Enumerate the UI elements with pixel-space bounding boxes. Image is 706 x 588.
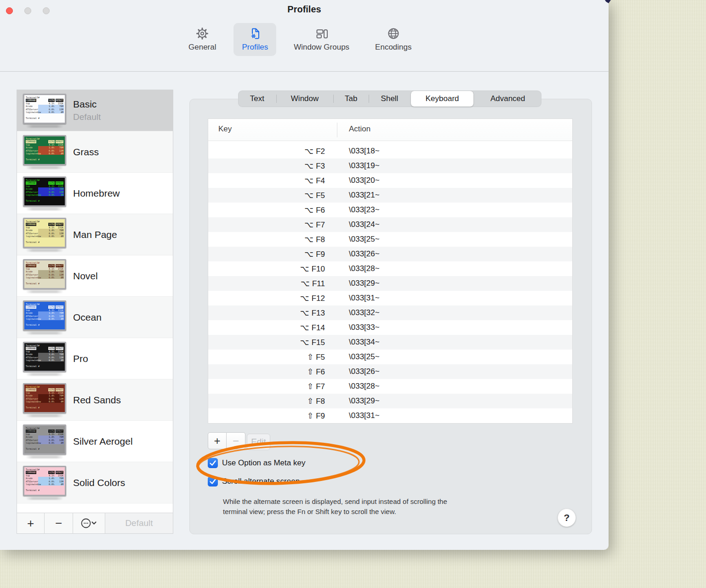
profile-text: Solid Colors [73, 477, 125, 488]
toolbar-label: Profiles [242, 43, 268, 52]
action-cell: \033[23~ [337, 203, 380, 217]
profile-row-pro[interactable]: Terminal3# COMMAND %CPURPRVT top4.1%231K… [17, 338, 173, 379]
keymap-row[interactable]: ⌥F10\033[28~ [208, 261, 572, 276]
key-cell: ⌥F13 [208, 305, 337, 320]
profile-text: Man Page [73, 229, 117, 240]
profile-row-novel[interactable]: Terminal3# COMMAND %CPURPRVT top4.1%231K… [17, 255, 173, 297]
set-default-button[interactable]: Default [105, 513, 173, 533]
profile-row-solid-colors[interactable]: Terminal3# COMMAND %CPURPRVT top4.1%231K… [17, 462, 173, 503]
column-header-action: Action [349, 124, 370, 134]
profile-text: Homebrew [73, 188, 120, 199]
toolbar-item-profiles[interactable]: Profiles [233, 23, 276, 56]
scroll-alternate-screen-checkbox[interactable] [208, 476, 218, 486]
action-cell: \033[20~ [337, 173, 380, 188]
profile-row-grass[interactable]: Terminal3# COMMAND %CPURPRVT top4.1%231K… [17, 131, 173, 173]
key-cell: ⌥F7 [208, 217, 337, 232]
profile-thumbnail: Terminal3# COMMAND %CPURPRVT top4.1%231K… [23, 218, 66, 252]
action-cell: \033[32~ [337, 305, 380, 320]
profile-row-red-sands[interactable]: Terminal3# COMMAND %CPURPRVT top4.1%231K… [17, 379, 173, 421]
key-cell: ⌥F8 [208, 232, 337, 247]
use-option-as-meta-checkbox[interactable] [208, 458, 218, 468]
table-header: Key Action [208, 119, 572, 141]
profile-thumbnail: Terminal3# COMMAND %CPURPRVT top4.1%231K… [23, 383, 66, 417]
help-button[interactable]: ? [558, 509, 576, 527]
action-cell: \033[33~ [337, 320, 380, 335]
column-header-key: Key [218, 124, 232, 134]
profile-row-silver-aerogel[interactable]: Terminal3# COMMAND %CPURPRVT top4.1%231K… [17, 421, 173, 462]
keymap-row[interactable]: ⌥F11\033[29~ [208, 276, 572, 291]
tab-keyboard[interactable]: Keyboard [411, 91, 474, 107]
keyboard-mapping-table: Key Action ⌥F2\033[18~⌥F3\033[19~⌥F4\033… [208, 119, 573, 424]
key-cell: ⌥F2 [208, 144, 337, 158]
keymap-row[interactable]: ⌥F9\033[26~ [208, 247, 572, 261]
keymap-row[interactable]: ⇧F6\033[26~ [208, 364, 572, 379]
keymap-row[interactable]: ⇧F9\033[31~ [208, 408, 572, 423]
keymap-row[interactable]: ⌥F2\033[18~ [208, 144, 572, 158]
profile-thumbnail: Terminal3# COMMAND %CPURPRVT top4.1%231K… [23, 424, 66, 458]
keymap-row[interactable]: ⇧F8\033[29~ [208, 394, 572, 408]
gear-icon [196, 27, 209, 40]
toolbar-divider [0, 71, 609, 72]
key-cell: ⇧F7 [208, 379, 337, 394]
profile-row-man-page[interactable]: Terminal3# COMMAND %CPURPRVT top4.1%231K… [17, 214, 173, 255]
profile-row-basic[interactable]: Terminal3# COMMAND %CPURPRVT top4.1%231K… [17, 90, 173, 131]
keymap-row[interactable]: ⌥F13\033[32~ [208, 305, 572, 320]
scroll-alternate-screen-label[interactable]: Scroll alternate screen [222, 477, 300, 486]
profile-text: Silver Aerogel [73, 436, 133, 447]
key-cell: ⌥F11 [208, 276, 337, 291]
action-cell: \033[18~ [337, 144, 380, 158]
profile-name: Homebrew [73, 188, 120, 199]
action-cell: \033[26~ [337, 247, 380, 261]
profile-thumbnail: Terminal3# COMMAND %CPURPRVT top4.1%231K… [23, 135, 66, 169]
sidebar-footer: + − Default [17, 513, 173, 533]
add-key-button[interactable]: + [208, 432, 227, 449]
profile-actions-menu-button[interactable] [73, 513, 105, 533]
keymap-row[interactable]: ⌥F7\033[24~ [208, 217, 572, 232]
keymap-row[interactable]: ⌥F8\033[25~ [208, 232, 572, 247]
toolbar-label: Encodings [375, 43, 411, 52]
key-cell: ⌥F12 [208, 291, 337, 305]
tab-advanced[interactable]: Advanced [474, 90, 541, 107]
preferences-toolbar: General Profiles [180, 23, 420, 56]
key-cell: ⇧F9 [208, 408, 337, 423]
keymap-row[interactable]: ⌥F4\033[20~ [208, 173, 572, 188]
profile-name: Ocean [73, 312, 102, 323]
keymap-row[interactable]: ⌥F3\033[19~ [208, 158, 572, 173]
toolbar-item-encodings[interactable]: Encodings [367, 23, 420, 56]
toolbar-item-window-groups[interactable]: Window Groups [285, 23, 358, 56]
terminal-preferences-window: Profiles General [0, 0, 609, 550]
keymap-row[interactable]: ⌥F15\033[34~ [208, 335, 572, 350]
profile-list: Terminal3# COMMAND %CPURPRVT top4.1%231K… [17, 90, 173, 513]
action-cell: \033[25~ [337, 350, 380, 364]
profile-thumbnail: Terminal3# COMMAND %CPURPRVT top4.1%231K… [23, 342, 66, 376]
tab-text[interactable]: Text [238, 90, 276, 107]
keymap-row[interactable]: ⌥F6\033[23~ [208, 203, 572, 217]
profile-tabs: TextWindowTabShellKeyboardAdvanced [238, 90, 541, 107]
key-cell: ⌥F9 [208, 247, 337, 261]
profile-row-homebrew[interactable]: Terminal3# COMMAND %CPURPRVT top4.1%231K… [17, 173, 173, 214]
tab-tab[interactable]: Tab [333, 90, 369, 107]
action-cell: \033[29~ [337, 276, 380, 291]
profile-name: Novel [73, 271, 98, 282]
tab-window[interactable]: Window [276, 90, 334, 107]
profile-name: Basic [73, 99, 101, 110]
keymap-row[interactable]: ⌥F14\033[33~ [208, 320, 572, 335]
use-option-as-meta-label[interactable]: Use Option as Meta key [222, 458, 305, 468]
edit-key-button[interactable]: Edit [247, 434, 270, 450]
keymap-row[interactable]: ⇧F5\033[25~ [208, 350, 572, 364]
tab-shell[interactable]: Shell [369, 90, 410, 107]
toolbar-item-general[interactable]: General [180, 23, 224, 56]
checkmark-icon [208, 476, 218, 486]
remove-key-button[interactable]: − [227, 432, 245, 449]
remove-profile-button[interactable]: − [45, 513, 73, 533]
keymap-row[interactable]: ⌥F5\033[21~ [208, 188, 572, 203]
add-profile-button[interactable]: + [17, 513, 45, 533]
profile-thumbnail: Terminal3# COMMAND %CPURPRVT top4.1%231K… [23, 94, 66, 128]
keymap-row[interactable]: ⇧F7\033[28~ [208, 379, 572, 394]
key-cell: ⌥F15 [208, 335, 337, 350]
keymap-row[interactable]: ⌥F12\033[31~ [208, 291, 572, 305]
profile-name: Solid Colors [73, 477, 125, 488]
toolbar-label: General [188, 43, 216, 52]
profile-thumbnail: Terminal3# COMMAND %CPURPRVT top4.1%231K… [23, 300, 66, 334]
profile-row-ocean[interactable]: Terminal3# COMMAND %CPURPRVT top4.1%231K… [17, 297, 173, 338]
